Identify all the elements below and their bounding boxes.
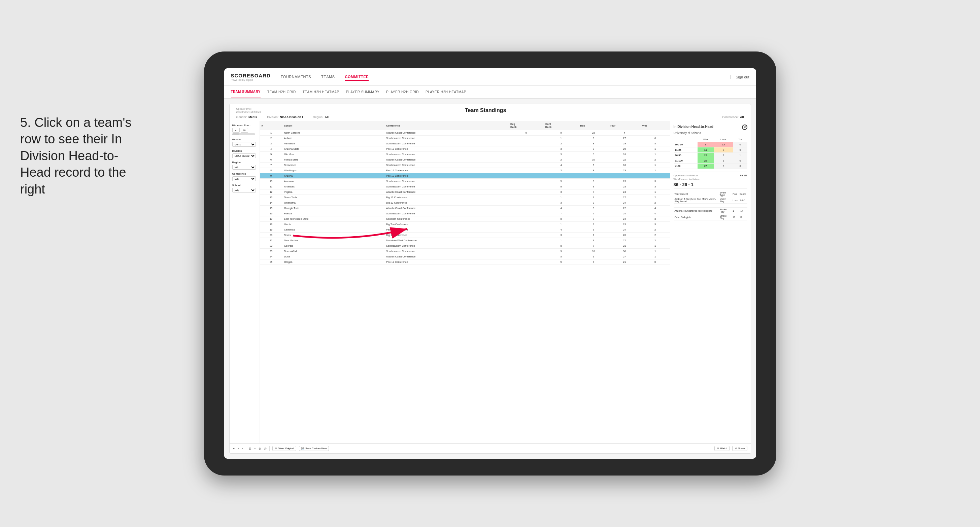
share-button[interactable]: ↗ Share <box>732 446 747 451</box>
table-row[interactable]: 1North CarolinaAtlantic Coast Conference… <box>260 130 670 136</box>
outer-background: 5. Click on a team's row to see their In… <box>0 0 980 527</box>
timer-icon[interactable]: ◷ <box>264 447 267 450</box>
subnav-player-summary[interactable]: PLAYER SUMMARY <box>346 86 379 98</box>
card-header-top: Update time: 27/03/2024 16:56:26 Team St… <box>236 107 744 113</box>
tablet-screen: SCOREBOARD Powered by clippd TOURNAMENTS… <box>224 68 756 459</box>
th-rank: # <box>260 121 282 130</box>
th-conf-rank: ConfRank <box>544 121 579 130</box>
section-divider-2 <box>674 189 748 189</box>
h2h-row: 11-251180 <box>674 148 748 153</box>
conference-select[interactable]: (All) <box>232 176 256 181</box>
nav-tournaments[interactable]: TOURNAMENTS <box>281 73 311 81</box>
table-row[interactable]: 2AuburnSoutheastern Conference19276 <box>260 136 670 141</box>
bottom-toolbar: ↩ ‹ › ⊞ ≡ ⊕ ◷ 👁 View: Original <box>230 443 751 453</box>
th-event-type: Event Type <box>719 191 732 197</box>
table-row[interactable]: 8WashingtonPac-12 Conference28231 <box>260 168 670 173</box>
filter-conference-group: Conference (All) <box>232 172 257 181</box>
filter-row: Gender: Men's Division: NCAA Division I … <box>236 116 744 119</box>
tournament-row: Arizona Thunderbirds IntercollegiateStro… <box>674 208 748 214</box>
tournament-row: 1 <box>674 203 748 208</box>
th-rds: Rds <box>579 121 609 130</box>
table-row[interactable]: 7TennesseeSoutheastern Conference46181 <box>260 162 670 168</box>
toolbar-sep-1 <box>246 446 246 451</box>
h2h-row: 51-1002030 <box>674 158 748 163</box>
filter-school-group: School (All) <box>232 184 257 192</box>
tournament-header-row: Tournament Event Type Pos Score <box>674 191 748 197</box>
watch-button[interactable]: 👁 Watch <box>714 446 730 451</box>
close-panel-button[interactable]: ✕ <box>742 124 748 130</box>
th-pos: Pos <box>732 191 739 197</box>
table-row[interactable]: 17East Tennessee StateSouthern Conferenc… <box>260 216 670 222</box>
region-select[interactable]: N/A <box>232 165 256 170</box>
table-row[interactable]: 22GeorgiaSoutheastern Conference87211 <box>260 243 670 249</box>
table-row[interactable]: 18IllinoisBig Ten Conference19233 <box>260 222 670 227</box>
max-rounds-input[interactable] <box>241 128 248 133</box>
table-row[interactable]: 19CaliforniaPac-12 Conference48242 <box>260 227 670 233</box>
tournament-table: Tournament Event Type Pos Score Jackson … <box>674 191 748 221</box>
app-header: SCOREBOARD Powered by clippd TOURNAMENTS… <box>224 68 756 86</box>
logo-text: SCOREBOARD <box>231 73 270 78</box>
share-icon: ↗ <box>735 447 737 450</box>
grid-icon[interactable]: ⊞ <box>249 447 251 450</box>
table-header-row: # School Conference RegRank ConfRank Rds… <box>260 121 670 130</box>
table-row[interactable]: 15Georgia TechAtlantic Coast Conference4… <box>260 206 670 211</box>
table-row[interactable]: 16FloridaSoutheastern Conference77244 <box>260 211 670 216</box>
table-row[interactable]: 12VirginiaAtlantic Coast Conference38241 <box>260 189 670 195</box>
subnav-player-h2h-grid[interactable]: PLAYER H2H GRID <box>386 86 419 98</box>
section-divider <box>674 171 748 172</box>
table-row[interactable]: 21New MexicoMountain West Conference1927… <box>260 238 670 243</box>
toolbar-sep-2 <box>269 446 270 451</box>
save-custom-button[interactable]: 💾 Save Custom View <box>299 446 329 451</box>
opponents-row: Opponents in division: 99.1% <box>674 174 748 177</box>
division-select[interactable]: NCAA Division I <box>232 154 256 158</box>
min-rounds-input[interactable] <box>232 128 240 133</box>
table-row[interactable]: 10AlabamaSoutheastern Conference58233 <box>260 179 670 184</box>
watch-icon: 👁 <box>717 447 719 450</box>
nav-teams[interactable]: TEAMS <box>321 73 335 81</box>
th-score: Score <box>739 191 747 197</box>
update-time-value: 27/03/2024 16:56:26 <box>236 110 261 113</box>
panel-title: In Division Head-to-Head <box>674 125 713 129</box>
filter-gender-group: Gender Men's <box>232 138 257 147</box>
subnav-player-h2h-heatmap[interactable]: PLAYER H2H HEATMAP <box>426 86 466 98</box>
clock-icon[interactable]: ⊕ <box>259 447 261 450</box>
h2h-row: >1002700 <box>674 163 748 169</box>
h2h-th-loss: Loss <box>714 137 733 142</box>
table-row[interactable]: 20TexasBig 12 Conference37202 <box>260 233 670 238</box>
undo-icon[interactable]: ↩ <box>233 447 235 450</box>
logo-sub: Powered by clippd <box>231 78 270 81</box>
content-area: Update time: 27/03/2024 16:56:26 Team St… <box>224 98 756 459</box>
list-icon[interactable]: ≡ <box>254 447 256 450</box>
view-original-button[interactable]: 👁 View: Original <box>272 446 296 451</box>
subnav-team-h2h-heatmap[interactable]: TEAM H2H HEATMAP <box>303 86 339 98</box>
table-row[interactable]: 9ArizonaPac-12 Conference <box>260 173 670 179</box>
opponents-label: Opponents in division: <box>674 174 698 177</box>
table-row[interactable]: 13Texas TechBig 12 Conference19272 <box>260 195 670 200</box>
min-rounds-inputs <box>232 128 257 133</box>
gender-select[interactable]: Men's <box>232 142 256 147</box>
subnav-team-summary[interactable]: TEAM SUMMARY <box>231 86 261 98</box>
table-row[interactable]: 14OklahomaBig 12 Conference39242 <box>260 200 670 206</box>
back-icon[interactable]: ‹ <box>239 447 239 450</box>
table-row[interactable]: 11ArkansasSoutheastern Conference88233 <box>260 184 670 189</box>
table-row[interactable]: 23Texas A&MSoutheastern Conference910301 <box>260 249 670 254</box>
th-reg-rank: RegRank <box>509 121 544 130</box>
h2h-table: Win Loss Tie Top 10313011-25118026-50252… <box>674 137 748 169</box>
save-icon: 💾 <box>301 447 304 450</box>
forward-icon[interactable]: › <box>242 447 243 450</box>
rounds-slider[interactable] <box>232 133 255 135</box>
table-row[interactable]: 25OregonPac-12 Conference57210 <box>260 259 670 265</box>
table-row[interactable]: 5Ole MissSoutheastern Conference36181 <box>260 152 670 157</box>
nav-committee[interactable]: COMMITTEE <box>345 73 369 81</box>
filter-division-group: Division NCAA Division I <box>232 149 257 158</box>
th-tournament-name: Tournament <box>674 191 719 197</box>
table-row[interactable]: 3VanderbiltSoutheastern Conference28295 <box>260 141 670 146</box>
table-row[interactable]: 24DukeAtlantic Coast Conference59271 <box>260 254 670 259</box>
sign-out-button[interactable]: Sign out <box>730 75 749 79</box>
school-select[interactable]: (All) <box>232 188 256 192</box>
wlt-value: 86 - 26 - 1 <box>674 182 748 187</box>
table-area: # School Conference RegRank ConfRank Rds… <box>260 121 670 443</box>
table-row[interactable]: 6Florida StateAtlantic Coast Conference2… <box>260 157 670 162</box>
table-row[interactable]: 4Arizona StatePac-12 Conference39261 <box>260 146 670 152</box>
subnav-team-h2h-grid[interactable]: TEAM H2H GRID <box>267 86 296 98</box>
